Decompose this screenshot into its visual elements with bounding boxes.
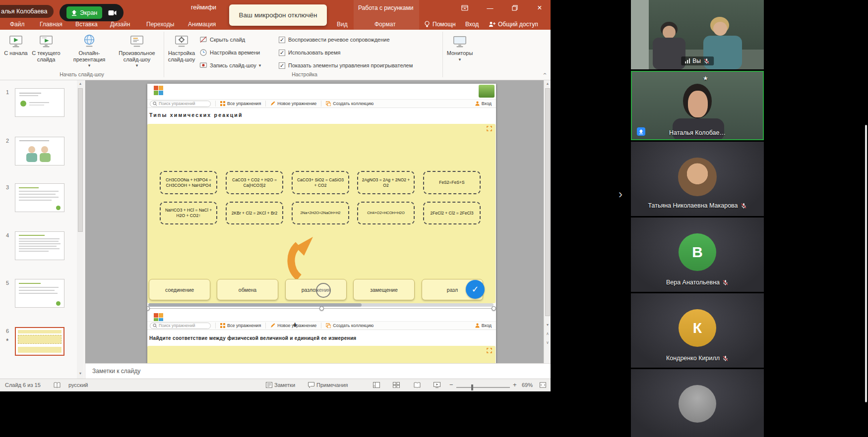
- slide-editing-canvas[interactable]: Поиск упражнений Все упражнения Новое уп…: [85, 80, 544, 363]
- login-label: Вход: [482, 101, 492, 106]
- notes-toggle[interactable]: Заметки: [274, 382, 295, 388]
- from-beginning-button[interactable]: С начала: [4, 32, 28, 56]
- participant-tile-self[interactable]: Вы: [631, 0, 764, 69]
- comments-toggle[interactable]: Примечания: [316, 382, 348, 388]
- tab-home[interactable]: Главная: [40, 19, 62, 30]
- fullscreen-icon[interactable]: [487, 348, 492, 353]
- record-slideshow-button[interactable]: Запись слайд-шоу ▾: [199, 60, 261, 70]
- tab-file[interactable]: Файл: [10, 19, 25, 30]
- notes-pane[interactable]: Заметки к слайду: [85, 363, 551, 379]
- category-dropzone[interactable]: замещение: [353, 279, 415, 300]
- from-current-slide-button[interactable]: С текущего слайда: [29, 32, 63, 62]
- equation-card[interactable]: 2Na+2H2O=2NaOH+H2: [292, 202, 349, 224]
- create-collection-button[interactable]: Создать коллекцию: [326, 101, 373, 106]
- tab-transitions[interactable]: Переходы: [146, 19, 174, 30]
- check-answers-button[interactable]: ✓: [466, 280, 485, 299]
- previous-slide-button[interactable]: ∧: [544, 332, 551, 336]
- show-media-controls-checkbox[interactable]: ✓ Показать элементы управления проигрыва…: [279, 61, 413, 69]
- minimize-button[interactable]: —: [479, 0, 501, 16]
- collapse-ribbon-button[interactable]: ›: [541, 73, 548, 75]
- selection-handle[interactable]: [319, 306, 324, 311]
- equation-card[interactable]: NaHCO3 + HCl = NaCl + H2O + CO2↑: [160, 202, 217, 224]
- reading-view-button[interactable]: [414, 382, 421, 389]
- help-assistant-button[interactable]: Помощн: [424, 19, 456, 30]
- equation-card[interactable]: CaCO3+ SiO2 = CaSiO3 + CO2: [292, 171, 349, 194]
- equation-card[interactable]: CH3COONa + H3PO4 = CH3COOH + NaH2PO4: [160, 171, 217, 194]
- login-button[interactable]: Вход: [475, 101, 492, 106]
- tab-view[interactable]: Вид: [337, 19, 348, 30]
- scroll-up-icon[interactable]: ▲: [77, 82, 84, 85]
- pin-star-icon[interactable]: ★: [703, 75, 708, 82]
- equation-card[interactable]: 2KBr + Cl2 = 2KCl + Br2: [226, 202, 283, 224]
- next-slide-button[interactable]: ∨: [544, 341, 551, 345]
- slide-sorter-view-button[interactable]: [393, 382, 400, 389]
- fit-to-window-button[interactable]: [540, 382, 546, 389]
- search-input[interactable]: Поиск упражнений: [150, 323, 211, 329]
- canvas-scrollbar-thumb[interactable]: [545, 88, 550, 316]
- search-input[interactable]: Поиск упражнений: [150, 101, 211, 107]
- slideshow-view-button[interactable]: [434, 382, 440, 389]
- equation-card[interactable]: CaCO3 + CO2 + H2O = Ca(HCO3)2: [226, 171, 283, 194]
- zoom-level[interactable]: 69%: [522, 382, 533, 388]
- sign-in-button[interactable]: Вход: [465, 19, 479, 30]
- equation-card[interactable]: 2FeCl2 + Cl2 = 2FeCl3: [423, 202, 481, 224]
- category-dropzone[interactable]: соединение: [149, 279, 210, 300]
- camera-icon[interactable]: [108, 10, 117, 16]
- close-button[interactable]: ×: [529, 0, 551, 16]
- category-dropzone[interactable]: обмена: [217, 279, 278, 300]
- play-narrations-checkbox[interactable]: ✓ Воспроизвести речевое сопровождение: [279, 36, 390, 44]
- thumbnail-slide-4[interactable]: 4: [0, 231, 74, 261]
- embedded-page-scrollbar-thumb[interactable]: [148, 303, 362, 307]
- thumbnail-slide-2[interactable]: 2: [0, 137, 74, 166]
- participant-tile-partial[interactable]: [631, 369, 764, 437]
- normal-view-button[interactable]: [373, 382, 380, 389]
- spellcheck-icon[interactable]: [54, 382, 61, 389]
- equation-card[interactable]: 2AgNO3 = 2Ag + 2NO2 + O2: [357, 171, 415, 194]
- participant-tile[interactable]: К Кондренко Кирилл: [631, 293, 764, 368]
- participant-tile-active-speaker[interactable]: ★ Наталья Колобае…: [631, 71, 764, 140]
- participant-tile[interactable]: В Вера Анатольевна: [631, 218, 764, 292]
- scroll-down-icon[interactable]: ▼: [544, 323, 551, 327]
- thumbnail-slide-5[interactable]: 5: [0, 279, 74, 309]
- custom-slideshow-button[interactable]: Произвольное слайд-шоу ▾: [113, 32, 161, 69]
- zoom-slider-thumb[interactable]: [471, 384, 473, 390]
- tab-format[interactable]: Формат: [374, 19, 396, 30]
- tab-animations[interactable]: Анимация: [188, 19, 216, 30]
- canvas-scrollbar[interactable]: ▲ ▼ ∧ ∨: [544, 80, 551, 363]
- scroll-up-icon[interactable]: ▲: [544, 82, 551, 85]
- setup-slideshow-button[interactable]: Настройка слайд-шоу: [166, 32, 197, 62]
- thumbnail-scrollbar-thumb[interactable]: [78, 88, 83, 232]
- zoom-in-button[interactable]: +: [513, 381, 517, 388]
- ribbon-display-options-button[interactable]: [454, 0, 476, 16]
- equation-card[interactable]: CH4+O2=HCOH+H2O: [357, 202, 415, 224]
- present-online-button[interactable]: Онлайн-презентация ▾: [66, 32, 112, 69]
- thumbnail-slide-3[interactable]: 3: [0, 183, 74, 213]
- monitors-button[interactable]: Мониторы ▾: [443, 32, 476, 62]
- create-collection-button[interactable]: Создать коллекцию: [326, 323, 373, 328]
- use-timings-checkbox[interactable]: ✓ Использовать время: [279, 49, 340, 56]
- restore-button[interactable]: [504, 0, 526, 16]
- language-indicator[interactable]: русский: [68, 382, 88, 388]
- fullscreen-icon[interactable]: [487, 126, 492, 131]
- thumbnail-slide-6-selected[interactable]: 6 *: [0, 327, 74, 357]
- login-button[interactable]: Вход: [475, 323, 492, 328]
- share-screen-button[interactable]: Экран: [66, 6, 102, 19]
- equation-card[interactable]: FeS2=FeS+S: [423, 171, 481, 194]
- scroll-down-icon[interactable]: ▼: [77, 372, 84, 375]
- new-exercise-button[interactable]: Новое упражнение: [270, 101, 316, 106]
- all-exercises-button[interactable]: Все упражнения: [220, 323, 261, 328]
- collapse-video-panel-button[interactable]: ›: [619, 187, 622, 201]
- selection-handle[interactable]: [492, 306, 496, 311]
- rehearse-timings-button[interactable]: Настройка времени: [199, 48, 260, 57]
- slide[interactable]: Поиск упражнений Все упражнения Новое уп…: [147, 84, 496, 363]
- hide-slide-button[interactable]: Скрыть слайд: [199, 35, 245, 45]
- participants-scrollbar[interactable]: [865, 125, 867, 402]
- all-exercises-button[interactable]: Все упражнения: [220, 101, 261, 106]
- thumbnail-slide-1[interactable]: 1: [0, 88, 74, 118]
- zoom-slider-track[interactable]: [456, 387, 510, 388]
- share-button[interactable]: Общий доступ: [489, 19, 538, 30]
- participant-tile[interactable]: Татьяна Николаевна Макарова: [631, 142, 764, 216]
- selection-handle[interactable]: [147, 306, 150, 311]
- zoom-out-button[interactable]: −: [449, 381, 453, 388]
- thumbnail-scrollbar[interactable]: ▲ ▼: [77, 80, 84, 379]
